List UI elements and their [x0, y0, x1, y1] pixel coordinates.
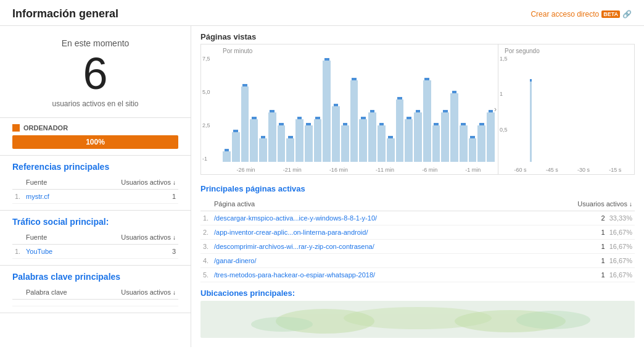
bar-group — [526, 58, 527, 162]
bar-group — [630, 58, 631, 162]
trafico-title[interactable]: Tráfico social principal: — [12, 217, 178, 227]
bar-group — [518, 58, 519, 162]
bar-group — [278, 58, 286, 162]
chart-arrow[interactable]: › — [494, 105, 497, 114]
progress-bar-label: 100% — [86, 138, 105, 146]
bar-group — [509, 58, 510, 162]
chart-per-second: Por segundo 1,5 1 0,5 -60 s -45 s -30 s … — [498, 44, 634, 174]
bar-group — [341, 58, 349, 162]
bar-group — [250, 58, 258, 162]
trafico-table: Fuente Usuarios activos ↓ 1.YouTube3 — [12, 230, 178, 259]
palabras-col-users: Usuarios activos ↓ — [91, 285, 178, 300]
bar-group — [359, 58, 367, 162]
charts-row: Por minuto 7,5 5,0 2,5 -1 — [200, 44, 635, 175]
bar-group — [350, 58, 358, 162]
bar-group — [613, 58, 614, 162]
bar-group — [543, 58, 544, 162]
bar-group — [477, 58, 485, 162]
bar-group — [590, 58, 591, 162]
svg-point-4 — [516, 311, 590, 329]
table-row: 2./app-inventor-crear-aplic...on-lintern… — [200, 225, 635, 240]
table-row: 5./tres-metodos-para-hackear-o-espiar-wh… — [200, 268, 635, 282]
bar-group — [556, 58, 557, 162]
bar-group — [537, 58, 538, 162]
bar-group — [617, 58, 618, 162]
bar-group — [619, 58, 621, 162]
paginas-title[interactable]: Principales páginas activas — [200, 184, 635, 193]
bar-group — [387, 58, 395, 162]
bar-group — [558, 58, 559, 162]
bar-group — [528, 58, 529, 162]
bar-group — [423, 58, 431, 162]
x-axis-right: -60 s -45 s -30 s -15 s — [505, 167, 631, 173]
realtime-label: En este momento — [12, 38, 178, 48]
palabras-title[interactable]: Palabras clave principales — [12, 272, 178, 282]
link-icon: 🔗 — [622, 10, 632, 19]
paginas-col-page: Página activa — [212, 197, 524, 211]
device-color-dot — [12, 124, 20, 132]
table-row — [12, 300, 178, 306]
bar-group — [579, 58, 580, 162]
bar-group — [602, 58, 603, 162]
ubicaciones-section: Ubicaciones principales: — [200, 288, 635, 338]
bar-group — [286, 58, 294, 162]
x-axis-left: -26 min -21 min -16 min -11 min -6 min -… — [223, 167, 495, 173]
bar-group — [323, 58, 331, 162]
bar-group — [378, 58, 386, 162]
bar-group — [223, 58, 231, 162]
bar-group — [549, 58, 550, 162]
bar-group — [295, 58, 303, 162]
bar-group — [624, 58, 625, 162]
bar-group — [539, 58, 540, 162]
bar-group — [581, 58, 582, 162]
bar-group — [605, 58, 606, 162]
table-row: 4./ganar-dinero/1 16,67% — [200, 254, 635, 268]
referencias-table: Fuente Usuarios activos ↓ 1.mystr.cf1 — [12, 175, 178, 204]
bar-group — [241, 58, 249, 162]
bar-group — [587, 58, 588, 162]
bar-group — [608, 58, 609, 162]
bar-group — [368, 58, 376, 162]
create-access-label: Crear acceso directo — [530, 10, 599, 19]
referencias-title[interactable]: Referencias principales — [12, 162, 178, 172]
bar-group — [627, 58, 629, 162]
bar-group — [596, 58, 597, 162]
bar-group — [522, 58, 523, 162]
y-axis-left: 7,5 5,0 2,5 -1 — [202, 56, 210, 162]
right-panel: Páginas vistas Por minuto 7,5 5,0 2,5 -1 — [191, 26, 644, 347]
realtime-section: En este momento 6 usuarios activos en el… — [0, 32, 191, 118]
bar-group — [314, 58, 322, 162]
bar-group — [571, 58, 572, 162]
device-label-text: ORDENADOR — [23, 124, 68, 132]
chart-section: Páginas vistas Por minuto 7,5 5,0 2,5 -1 — [200, 32, 635, 175]
bar-group — [611, 58, 612, 162]
palabras-section: Palabras clave principales Palabra clave… — [0, 266, 191, 313]
bar-group — [600, 58, 601, 162]
bar-group — [564, 58, 565, 162]
table-row: 1.mystr.cf1 — [12, 190, 178, 204]
table-row: 1./descargar-kmspico-activa...ice-y-wind… — [200, 211, 635, 225]
bar-group — [532, 58, 534, 162]
bar-group — [568, 58, 569, 162]
map-placeholder — [200, 301, 635, 338]
bars-right-area — [505, 58, 631, 162]
realtime-sublabel: usuarios activos en el sitio — [12, 99, 178, 108]
bar-group — [450, 58, 458, 162]
bar-group — [432, 58, 440, 162]
ubicaciones-title[interactable]: Ubicaciones principales: — [200, 288, 635, 298]
bar-group — [540, 58, 542, 162]
paginas-section: Principales páginas activas Página activ… — [200, 184, 635, 282]
bar-group — [577, 58, 578, 162]
bar-group — [583, 58, 584, 162]
bar-group — [606, 58, 608, 162]
bar-group — [562, 58, 563, 162]
bar-group — [553, 58, 555, 162]
referencias-col-users: Usuarios activos ↓ — [73, 175, 178, 190]
bar-group — [598, 58, 599, 162]
bar-group — [524, 58, 525, 162]
paginas-col-users: Usuarios activos ↓ — [524, 197, 635, 211]
palabras-table: Palabra clave Usuarios activos ↓ — [12, 285, 178, 306]
bar-group — [519, 58, 521, 162]
create-access-button[interactable]: Crear acceso directo BETA 🔗 — [530, 10, 632, 19]
bar-group — [574, 58, 576, 162]
